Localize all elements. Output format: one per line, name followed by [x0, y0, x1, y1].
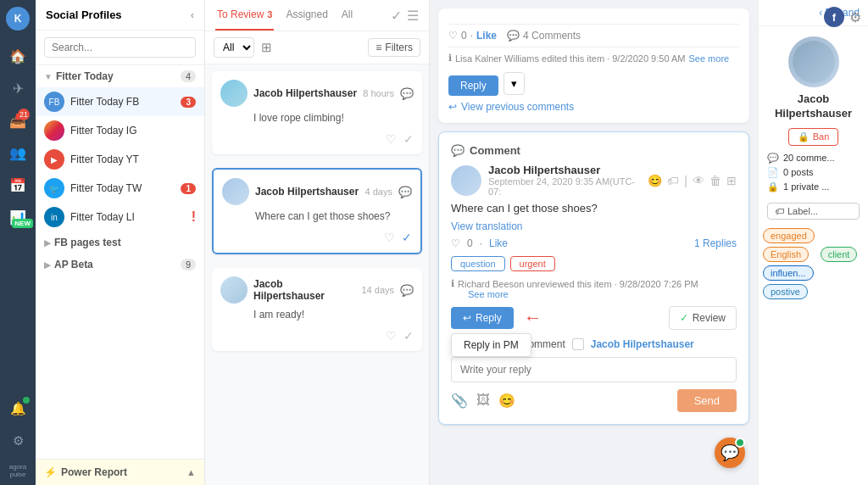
comment-header: Jacob Hilpertshauser September 24, 2020 …: [451, 164, 737, 197]
profile-fitter-li[interactable]: in Fitter Today LI !: [36, 203, 204, 231]
profile-fitter-yt[interactable]: ▶ Fitter Today YT: [36, 145, 204, 174]
reply-button[interactable]: Reply: [448, 75, 498, 96]
gear-icon[interactable]: ⚙: [849, 9, 861, 25]
heart-icon-3[interactable]: ♡: [386, 329, 397, 343]
search-input[interactable]: [44, 37, 196, 58]
label-icon[interactable]: 🏷: [667, 174, 679, 187]
label-english[interactable]: English: [763, 247, 809, 262]
list-icon[interactable]: ☰: [407, 8, 419, 24]
message-card-2[interactable]: Jacob Hilpertshauser 4 days 💬 Where can …: [212, 168, 422, 254]
post-stats: ♡ 0 · Like 💬 4 Comments: [448, 24, 739, 47]
heart-icon-1[interactable]: ♡: [386, 132, 397, 146]
right-panel-name: Jacob Hilpertshauser: [759, 92, 868, 121]
section-ap-beta[interactable]: ▶ AP Beta 9: [36, 254, 204, 276]
filter-all-select[interactable]: All: [214, 37, 254, 58]
like-stat[interactable]: ♡ 0 · Like: [448, 30, 497, 42]
stat-private: 🔒 1 private ...: [767, 181, 860, 192]
red-arrow-icon: ←: [524, 307, 542, 329]
section-title: ▼ Fitter Today: [44, 70, 114, 82]
new-badge: NEW: [12, 214, 33, 229]
image-icon[interactable]: 🖼: [476, 393, 490, 409]
more-icon[interactable]: ⊞: [726, 174, 737, 187]
profile-avatar-ig: [44, 120, 64, 141]
ban-button[interactable]: 🔒 Ban: [788, 128, 839, 146]
nav-users[interactable]: 👥: [4, 139, 31, 166]
reply-in-pm-dropdown[interactable]: Reply in PM: [451, 333, 531, 357]
comment-section-icon: 💬: [451, 144, 465, 157]
chat-bubble[interactable]: 💬: [715, 438, 745, 468]
social-panel-title: Social Profiles: [46, 8, 122, 21]
nav-settings[interactable]: ⚙: [4, 427, 31, 454]
tab-all[interactable]: All: [340, 0, 354, 31]
send-toolbar: 📎 🖼 😊 Send: [451, 389, 737, 412]
comment-avatar: [451, 165, 481, 196]
check-icon-1[interactable]: ✓: [403, 132, 414, 146]
reply-input[interactable]: [451, 357, 737, 382]
message-card-3[interactable]: Jacob Hilpertshauser 14 days 💬 I am read…: [212, 268, 422, 351]
check-icon-2[interactable]: ✓: [402, 231, 412, 244]
label-positive[interactable]: postive: [763, 284, 808, 299]
label-client[interactable]: client: [821, 247, 858, 262]
emoji-send-icon[interactable]: 😊: [498, 393, 515, 409]
label-icon-right: 🏷: [775, 206, 784, 216]
collapse-icon[interactable]: ‹: [191, 8, 194, 21]
reply-dropdown[interactable]: ▾: [504, 72, 525, 95]
grid-icon[interactable]: ⊞: [259, 38, 274, 57]
like-link[interactable]: Like: [476, 30, 497, 42]
tab-assigned[interactable]: Assigned: [284, 0, 329, 31]
section-fb-pages[interactable]: ▶ FB pages test: [36, 231, 204, 254]
replies-link[interactable]: 1 Replies: [694, 237, 737, 249]
checkmark-icon[interactable]: ✓: [391, 8, 402, 24]
nav-send[interactable]: ✈: [4, 75, 31, 102]
comment-icon-3: 💬: [400, 284, 414, 297]
check-icon-3[interactable]: ✓: [403, 329, 414, 343]
message-card-1[interactable]: Jacob Hilpertshauser 8 hours 💬 I love ro…: [212, 71, 422, 154]
label-engaged[interactable]: engaged: [763, 228, 815, 243]
search-container: [36, 31, 204, 65]
translate-link[interactable]: View translation: [451, 220, 523, 232]
eye-icon[interactable]: 👁: [693, 174, 704, 187]
comment-icon-1: 💬: [400, 87, 414, 100]
notif-dot: [735, 438, 745, 448]
see-more-link[interactable]: See more: [688, 53, 729, 64]
profile-avatar: FB: [44, 92, 64, 112]
tab-to-review[interactable]: To Review 3: [215, 0, 274, 31]
comment-bubble-icon: 💬: [507, 30, 520, 42]
filter-button[interactable]: ≡ Filters: [368, 38, 420, 57]
info-icon2: ℹ: [451, 278, 454, 289]
profile-fitter-tw[interactable]: 🐦 Fitter Today TW 1: [36, 174, 204, 203]
power-report-footer[interactable]: ⚡ Power Report ▲: [36, 459, 204, 485]
comment-action-icons: 😊 🏷 | 👁 🗑 ⊞: [648, 174, 737, 187]
view-previous-link[interactable]: ↩ View previous comments: [448, 101, 739, 113]
nav-notification[interactable]: 🔔: [4, 395, 31, 422]
profile-fitter-ig[interactable]: Fitter Today IG: [36, 116, 204, 145]
nav-inbox[interactable]: 📥 21: [4, 107, 31, 134]
emoji-icon[interactable]: 😊: [648, 174, 662, 187]
profile-fitter-fb[interactable]: FB Fitter Today FB 3: [36, 87, 204, 116]
flag-icon[interactable]: |: [684, 174, 687, 187]
nav-calendar[interactable]: 📅: [4, 171, 31, 198]
comment-icon-2: 💬: [398, 186, 412, 198]
comment-like-link[interactable]: Like: [489, 237, 508, 249]
label-button[interactable]: 🏷 Label...: [767, 203, 860, 220]
filter-icon: ≡: [376, 42, 381, 53]
mention-checkbox[interactable]: [572, 338, 584, 350]
nav-home[interactable]: 🏠: [4, 42, 31, 70]
tag-urgent[interactable]: urgent: [510, 256, 555, 271]
label-influen[interactable]: influen...: [763, 265, 814, 281]
check-icon: ✓: [680, 312, 688, 324]
heart-icon-2[interactable]: ♡: [384, 231, 395, 244]
review-button[interactable]: ✓ Review: [669, 306, 737, 330]
send-button[interactable]: Send: [677, 389, 737, 412]
attachment-icon[interactable]: 📎: [451, 393, 468, 409]
user-avatar[interactable]: K: [6, 7, 30, 31]
section-fitter-today[interactable]: ▼ Fitter Today 4: [36, 65, 204, 87]
left-sidebar: K 🏠 ✈ 📥 21 👥 📅 📊 NEW 🔔 ⚙ agorapulse: [0, 0, 36, 485]
nav-chart[interactable]: 📊 NEW: [4, 203, 31, 231]
see-more-link2[interactable]: See more: [468, 289, 509, 299]
reply-btn-main[interactable]: ↩ Reply: [451, 307, 514, 329]
tag-question[interactable]: question: [451, 256, 505, 271]
mention-name[interactable]: Jacob Hilpertshauser: [591, 338, 694, 350]
msg-actions-3: ♡ ✓: [220, 326, 414, 343]
trash-icon[interactable]: 🗑: [709, 174, 721, 187]
